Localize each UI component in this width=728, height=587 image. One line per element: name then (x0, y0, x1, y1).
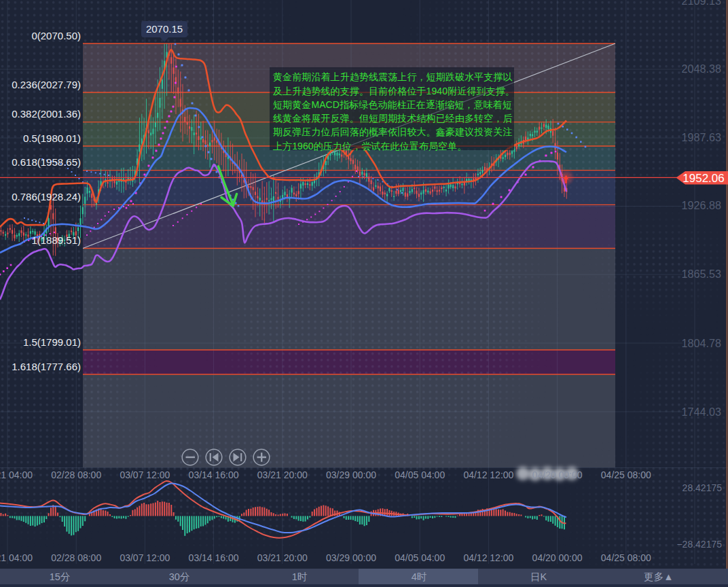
svg-text:1804.78: 1804.78 (681, 337, 721, 349)
svg-text:03/14 16:00: 03/14 16:00 (189, 469, 239, 480)
svg-text:日K: 日K (530, 571, 547, 582)
svg-text:04/12 12:00: 04/12 12:00 (463, 552, 513, 563)
svg-text:0.618(1958.65): 0.618(1958.65) (12, 156, 81, 168)
svg-text:02/28 08:00: 02/28 08:00 (51, 469, 101, 480)
svg-text:04/05 04:00: 04/05 04:00 (395, 469, 445, 480)
svg-text:03/21 20:00: 03/21 20:00 (257, 552, 308, 563)
svg-text:2070.15: 2070.15 (146, 23, 183, 35)
svg-text:1987.63: 1987.63 (681, 131, 721, 143)
svg-text:短期黄金MACD指标绿色动能柱正在逐渐缩短，意味着短: 短期黄金MACD指标绿色动能柱正在逐渐缩短，意味着短 (273, 99, 512, 110)
svg-text:1(1889.51): 1(1889.51) (31, 234, 81, 246)
svg-text:1.618(1777.66): 1.618(1777.66) (12, 361, 81, 372)
svg-text:期反弹压力位后回落的概率依旧较大。鑫豪建议投资关注: 期反弹压力位后回落的概率依旧较大。鑫豪建议投资关注 (273, 126, 513, 137)
svg-text:0.382(2001.36): 0.382(2001.36) (12, 108, 81, 120)
svg-text:4时: 4时 (412, 571, 427, 582)
svg-text:2048.38: 2048.38 (681, 63, 721, 75)
svg-text:30分: 30分 (169, 571, 190, 582)
svg-text:02/21 04:00: 02/21 04:00 (0, 469, 33, 480)
svg-text:−28.42175: −28.42175 (676, 539, 722, 550)
svg-text:0.5(1980.01): 0.5(1980.01) (23, 132, 81, 144)
svg-text:1时: 1时 (292, 571, 308, 582)
svg-text:上方1960的压力位，尝试在此位置布局空单。: 上方1960的压力位，尝试在此位置布局空单。 (273, 141, 467, 152)
svg-text:1865.53: 1865.53 (681, 268, 721, 280)
svg-text:04/20 00:00: 04/20 00:00 (532, 469, 583, 480)
svg-text:线黄金将展开反弹。但短周期技术结构已经由多转空，后: 线黄金将展开反弹。但短周期技术结构已经由多转空，后 (273, 113, 513, 124)
svg-text:04/05 04:00: 04/05 04:00 (395, 552, 445, 563)
svg-text:28.42175: 28.42175 (682, 482, 723, 493)
svg-text:03/29 00:00: 03/29 00:00 (326, 552, 376, 563)
svg-text:1926.88: 1926.88 (681, 199, 721, 211)
svg-text:04/12 12:00: 04/12 12:00 (463, 469, 513, 480)
svg-text:1744.03: 1744.03 (681, 406, 721, 418)
svg-text:1952.06: 1952.06 (682, 172, 724, 185)
svg-text:及上升趋势线的支撑。目前价格位于1940附近得到支撑。: 及上升趋势线的支撑。目前价格位于1940附近得到支撑。 (273, 86, 515, 96)
svg-text:03/07 12:00: 03/07 12:00 (120, 552, 170, 563)
svg-text:2109.13: 2109.13 (681, 0, 721, 7)
svg-text:02/21 04:00: 02/21 04:00 (0, 552, 33, 563)
svg-text:03/21 20:00: 03/21 20:00 (257, 469, 308, 480)
svg-text:03/14 16:00: 03/14 16:00 (189, 552, 239, 563)
svg-text:04/25 08:00: 04/25 08:00 (601, 469, 651, 480)
svg-text:04/20 00:00: 04/20 00:00 (532, 552, 583, 563)
svg-text:15分: 15分 (50, 571, 71, 582)
svg-text:02/28 08:00: 02/28 08:00 (51, 552, 101, 563)
svg-text:0.786(1928.24): 0.786(1928.24) (12, 191, 81, 202)
svg-text:04/25 08:00: 04/25 08:00 (601, 552, 651, 563)
svg-text:03/29 00:00: 03/29 00:00 (326, 469, 376, 480)
svg-text:1.5(1799.01): 1.5(1799.01) (23, 336, 81, 348)
svg-text:黄金前期沿着上升趋势线震荡上行，短期跌破水平支撑以: 黄金前期沿着上升趋势线震荡上行，短期跌破水平支撑以 (273, 71, 513, 82)
svg-text:0.236(2027.79): 0.236(2027.79) (12, 79, 81, 90)
svg-text:0(2070.50): 0(2070.50) (31, 30, 81, 41)
svg-text:更多▲: 更多▲ (644, 571, 673, 582)
svg-text:03/07 12:00: 03/07 12:00 (120, 469, 170, 480)
